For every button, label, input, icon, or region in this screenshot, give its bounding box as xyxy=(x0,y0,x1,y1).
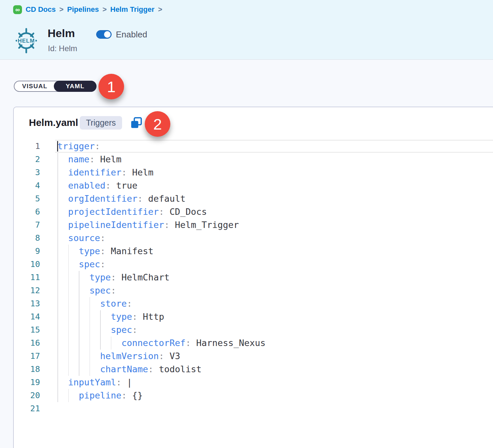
indent-guide xyxy=(90,310,90,323)
yaml-value: HelmChart xyxy=(116,272,170,282)
line-number: 17 xyxy=(14,350,40,363)
code-line[interactable]: 10 spec: xyxy=(14,258,493,271)
yaml-value: CD_Docs xyxy=(164,207,207,217)
code-line-content: helmVersion: V3 xyxy=(57,350,493,363)
breadcrumb-link[interactable]: CD Docs xyxy=(26,5,56,14)
code-line[interactable]: 21 xyxy=(14,402,493,415)
line-number: 7 xyxy=(14,218,40,232)
yaml-file-name: Helm.yaml xyxy=(29,117,78,128)
code-line[interactable]: 6 projectIdentifier: CD_Docs xyxy=(14,205,493,218)
yaml-value: default xyxy=(143,193,185,204)
svg-text:HELM: HELM xyxy=(18,38,35,44)
triggers-chip[interactable]: Triggers xyxy=(80,116,122,130)
indent-guide xyxy=(90,297,90,310)
code-line[interactable]: 17 helmVersion: V3 xyxy=(14,350,493,363)
code-line[interactable]: 8 source: xyxy=(14,232,493,245)
code-line-content: pipeline: {} xyxy=(57,389,493,402)
line-number: 6 xyxy=(14,205,40,218)
line-number: 10 xyxy=(14,258,40,271)
breadcrumb-link[interactable]: Pipelines xyxy=(67,5,99,14)
code-lines[interactable]: 1trigger:2 name: Helm3 identifier: Helm4… xyxy=(14,140,493,415)
line-number: 16 xyxy=(14,336,40,350)
indent-guide xyxy=(57,389,58,402)
code-line[interactable]: 2 name: Helm xyxy=(14,153,493,166)
indent-guide xyxy=(57,284,58,297)
code-line[interactable]: 16 connectorRef: Harness_Nexus xyxy=(14,336,493,350)
yaml-editor-panel: Helm.yaml Triggers 1trigger:2 name: Helm… xyxy=(13,107,493,448)
toggle-knob xyxy=(104,31,111,38)
enabled-toggle[interactable] xyxy=(96,30,112,39)
code-line[interactable]: 19 inputYaml: | xyxy=(14,376,493,389)
yaml-key: type xyxy=(90,272,111,282)
indent-guide xyxy=(79,297,79,310)
code-line-content: chartName: todolist xyxy=(57,363,493,376)
line-number: 12 xyxy=(14,284,40,297)
yaml-value: Helm xyxy=(127,167,153,177)
indent-guide xyxy=(57,153,58,166)
yaml-key: projectIdentifier xyxy=(68,207,159,217)
tab-visual[interactable]: VISUAL xyxy=(14,81,55,91)
code-line-content: enabled: true xyxy=(57,179,493,192)
indent-guide xyxy=(57,245,58,258)
breadcrumb-link[interactable]: Helm Trigger xyxy=(110,5,154,14)
code-line[interactable]: 5 orgIdentifier: default xyxy=(14,192,493,205)
code-line[interactable]: 3 identifier: Helm xyxy=(14,166,493,179)
code-line[interactable]: 18 chartName: todolist xyxy=(14,363,493,376)
code-line-content: type: Http xyxy=(57,310,493,323)
indent-guide xyxy=(57,179,58,192)
annotation-badge-1: 1 xyxy=(98,74,124,99)
yaml-key: connectorRef xyxy=(121,338,185,348)
code-line-content: orgIdentifier: default xyxy=(57,192,493,205)
yaml-key: pipelineIdentifier xyxy=(68,220,164,230)
indent-guide xyxy=(57,297,58,310)
breadcrumb-separator: > xyxy=(158,5,162,14)
indent-guide xyxy=(68,271,69,284)
indent-guide xyxy=(90,350,90,363)
project-infinity-icon: ∞ xyxy=(13,5,22,14)
yaml-value: Harness_Nexus xyxy=(191,338,266,348)
tab-yaml[interactable]: YAML xyxy=(54,81,96,92)
code-line-content: source: xyxy=(57,232,493,245)
copy-icon[interactable] xyxy=(130,117,142,129)
line-number: 15 xyxy=(14,323,40,336)
line-number: 18 xyxy=(14,363,40,376)
indent-guide xyxy=(57,258,58,271)
code-line[interactable]: 13 store: xyxy=(14,297,493,310)
code-line-content: type: HelmChart xyxy=(57,271,493,284)
indent-guide xyxy=(111,336,112,350)
indent-guide xyxy=(79,310,79,323)
yaml-key: type xyxy=(111,312,132,322)
indent-guide xyxy=(68,284,69,297)
indent-guide xyxy=(90,323,90,336)
yaml-key: trigger xyxy=(57,141,95,151)
breadcrumb-separator: > xyxy=(59,5,64,14)
breadcrumb: ∞ CD Docs>Pipelines>Helm Trigger> xyxy=(13,5,162,14)
code-line[interactable]: 7 pipelineIdentifier: Helm_Trigger xyxy=(14,218,493,232)
yaml-key: orgIdentifier xyxy=(68,193,138,204)
code-line[interactable]: 1trigger: xyxy=(14,140,493,153)
code-line-content: spec: xyxy=(57,258,493,271)
line-number: 5 xyxy=(14,192,40,205)
yaml-key: source xyxy=(68,233,100,243)
yaml-key: spec xyxy=(90,285,111,295)
line-number: 21 xyxy=(14,402,40,415)
code-line[interactable]: 9 type: Manifest xyxy=(14,245,493,258)
yaml-key: type xyxy=(79,246,100,256)
code-line[interactable]: 15 spec: xyxy=(14,323,493,336)
indent-guide xyxy=(57,205,58,218)
code-line[interactable]: 14 type: Http xyxy=(14,310,493,323)
yaml-value: Helm_Trigger xyxy=(169,220,239,230)
code-line[interactable]: 12 spec: xyxy=(14,284,493,297)
code-line-content: pipelineIdentifier: Helm_Trigger xyxy=(57,218,493,232)
indent-guide xyxy=(68,350,69,363)
code-line[interactable]: 20 pipeline: {} xyxy=(14,389,493,402)
code-line[interactable]: 4 enabled: true xyxy=(14,179,493,192)
line-number: 19 xyxy=(14,376,40,389)
indent-guide xyxy=(100,323,101,336)
visual-yaml-switch[interactable]: VISUAL YAML xyxy=(14,81,96,92)
indent-guide xyxy=(79,363,79,376)
indent-guide xyxy=(90,363,90,376)
indent-guide xyxy=(68,245,69,258)
code-line[interactable]: 11 type: HelmChart xyxy=(14,271,493,284)
indent-guide xyxy=(57,323,58,336)
